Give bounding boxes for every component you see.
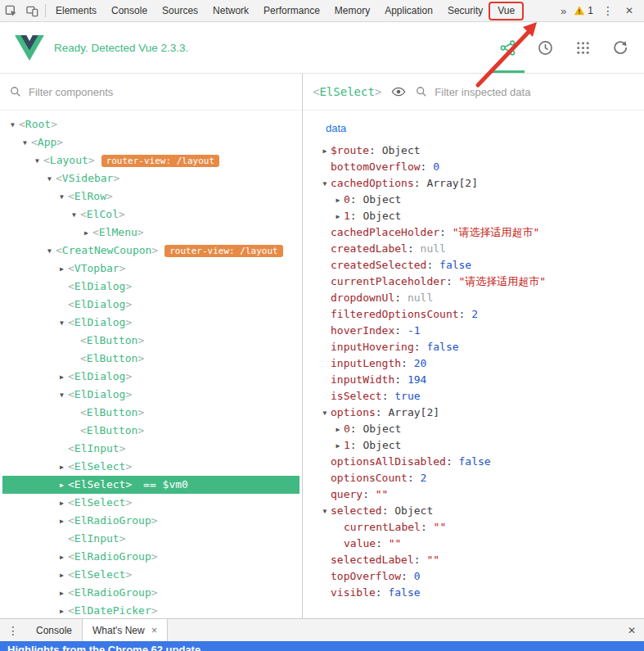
drawer-tab-console[interactable]: Console xyxy=(26,619,82,641)
devtools-tab-network[interactable]: Network xyxy=(205,0,256,21)
data-field-currentplaceholder[interactable]: currentPlaceholder: "请选择适用超市" xyxy=(319,274,644,290)
tree-item-elselect[interactable]: ▶<ElSelect> xyxy=(2,494,299,512)
data-field-route[interactable]: ▶$route: Object xyxy=(319,142,644,159)
tree-item-eldatepicker[interactable]: ▶<ElDatePicker> xyxy=(2,602,299,618)
devtools-menu-button[interactable]: ⋮ xyxy=(597,4,619,17)
expand-arrow-icon[interactable]: ▶ xyxy=(80,224,92,242)
tree-item-app[interactable]: ▼<App> xyxy=(2,133,299,151)
drawer-tab-what-s-new[interactable]: What's New× xyxy=(82,619,168,641)
data-field-currentlabel[interactable]: currentLabel: "" xyxy=(319,519,644,536)
tree-item-elrow[interactable]: ▼<ElRow> xyxy=(2,188,299,206)
collapse-arrow-icon[interactable]: ▼ xyxy=(19,134,31,151)
data-field-1[interactable]: ▶1: Object xyxy=(319,208,644,224)
expand-arrow-icon[interactable]: ▶ xyxy=(56,477,68,494)
data-field-0[interactable]: ▶0: Object xyxy=(319,421,644,437)
data-field-selectedlabel[interactable]: selectedLabel: "" xyxy=(319,552,644,568)
tree-item-eldialog[interactable]: ▼<ElDialog> xyxy=(2,314,299,332)
collapse-arrow-icon[interactable]: ▼ xyxy=(7,116,19,133)
data-field-selected[interactable]: ▼selected: Object xyxy=(319,503,644,519)
expand-arrow-icon[interactable]: ▶ xyxy=(56,459,68,476)
collapse-arrow-icon[interactable]: ▼ xyxy=(68,206,80,224)
tree-item-elradiogroup[interactable]: ▶<ElRadioGroup> xyxy=(2,512,299,530)
data-field-isselect[interactable]: isSelect: true xyxy=(319,388,644,405)
data-field-options[interactable]: ▼options: Array[2] xyxy=(319,405,644,421)
devtools-tab-performance[interactable]: Performance xyxy=(256,0,327,21)
tree-item-eldialog[interactable]: ▼<ElDialog> xyxy=(2,386,299,404)
tree-item-elbutton[interactable]: <ElButton> xyxy=(2,422,299,440)
devtools-tab-security[interactable]: Security xyxy=(440,0,490,21)
tree-item-elselect[interactable]: ▶<ElSelect> xyxy=(2,566,299,584)
expand-arrow-icon[interactable]: ▶ xyxy=(332,438,344,454)
tree-item-elbutton[interactable]: <ElButton> xyxy=(2,404,299,422)
data-field-optionscount[interactable]: optionsCount: 2 xyxy=(319,470,644,486)
expand-arrow-icon[interactable]: ▶ xyxy=(319,143,331,160)
tree-item-eldialog[interactable]: <ElDialog> xyxy=(2,278,299,296)
data-field-visible[interactable]: visible: false xyxy=(319,585,644,601)
data-field-optionsalldisabled[interactable]: optionsAllDisabled: false xyxy=(319,454,644,470)
tree-item-vtopbar[interactable]: ▶<VTopbar> xyxy=(2,260,299,278)
expand-arrow-icon[interactable]: ▶ xyxy=(56,368,68,386)
devtools-tab-application[interactable]: Application xyxy=(377,0,440,21)
drawer-menu-button[interactable]: ⋮ xyxy=(0,624,26,637)
inspected-data-filter-input[interactable] xyxy=(435,86,634,98)
collapse-arrow-icon[interactable]: ▼ xyxy=(56,387,68,404)
devtools-tab-sources[interactable]: Sources xyxy=(155,0,205,21)
expand-arrow-icon[interactable]: ▶ xyxy=(56,549,68,566)
more-tabs-chevron[interactable]: » xyxy=(556,5,570,17)
warning-badge[interactable]: 1 xyxy=(570,5,597,16)
inspect-element-button[interactable] xyxy=(0,0,21,21)
tree-item-elradiogroup[interactable]: ▶<ElRadioGroup> xyxy=(2,548,299,566)
tab-close-icon[interactable]: × xyxy=(151,624,158,636)
collapse-arrow-icon[interactable]: ▼ xyxy=(319,176,331,192)
data-field-topoverflow[interactable]: topOverflow: 0 xyxy=(319,568,644,585)
expand-arrow-icon[interactable]: ▶ xyxy=(332,192,344,209)
component-filter-input[interactable] xyxy=(29,86,292,98)
tree-item-eldialog[interactable]: <ElDialog> xyxy=(2,296,299,314)
expand-arrow-icon[interactable]: ▶ xyxy=(56,567,68,584)
expand-arrow-icon[interactable]: ▶ xyxy=(56,603,68,618)
components-tab-button[interactable] xyxy=(489,22,526,73)
collapse-arrow-icon[interactable]: ▼ xyxy=(319,405,331,422)
data-field-query[interactable]: query: "" xyxy=(319,486,644,503)
expand-arrow-icon[interactable]: ▶ xyxy=(332,209,344,225)
tree-item-elinput[interactable]: <ElInput> xyxy=(2,530,299,548)
collapse-arrow-icon[interactable]: ▼ xyxy=(56,314,68,332)
expand-arrow-icon[interactable]: ▶ xyxy=(56,585,68,602)
expand-arrow-icon[interactable]: ▶ xyxy=(56,260,68,278)
data-field-bottomoverflow[interactable]: bottomOverflow: 0 xyxy=(319,159,644,175)
drawer-close-button[interactable]: ✕ xyxy=(619,625,644,636)
events-button[interactable] xyxy=(564,22,601,73)
expand-arrow-icon[interactable]: ▶ xyxy=(56,495,68,512)
data-field-inputlength[interactable]: inputLength: 20 xyxy=(319,355,644,372)
tree-item-eldialog[interactable]: ▶<ElDialog> xyxy=(2,368,299,386)
data-field-dropdownul[interactable]: dropdownUl: null xyxy=(319,290,644,306)
data-field-cachedplaceholder[interactable]: cachedPlaceHolder: "请选择适用超市" xyxy=(319,224,644,241)
collapse-arrow-icon[interactable]: ▼ xyxy=(43,170,56,188)
tree-item-elbutton[interactable]: <ElButton> xyxy=(2,350,299,368)
data-field-filteredoptionscount[interactable]: filteredOptionsCount: 2 xyxy=(319,306,644,323)
history-button[interactable] xyxy=(526,22,564,73)
tree-item-elbutton[interactable]: <ElButton> xyxy=(2,332,299,350)
refresh-button[interactable] xyxy=(601,22,639,73)
tree-item-elradiogroup[interactable]: ▶<ElRadioGroup> xyxy=(2,584,299,602)
devtools-tab-elements[interactable]: Elements xyxy=(48,0,104,21)
data-field-createdlabel[interactable]: createdLabel: null xyxy=(319,241,644,257)
tree-item-layout[interactable]: ▼<Layout>router-view: /layout xyxy=(2,151,299,170)
tree-item-elmenu[interactable]: ▶<ElMenu> xyxy=(2,224,299,242)
data-field-inputhovering[interactable]: inputHovering: false xyxy=(319,339,644,355)
collapse-arrow-icon[interactable]: ▼ xyxy=(319,504,331,520)
data-field-1[interactable]: ▶1: Object xyxy=(319,437,644,454)
devtools-tab-vue[interactable]: Vue xyxy=(490,0,522,21)
tree-item-elselect[interactable]: ▶<ElSelect> xyxy=(2,458,299,476)
devtools-tab-memory[interactable]: Memory xyxy=(327,0,377,21)
tree-item-elselect[interactable]: ▶<ElSelect> == $vm0 xyxy=(2,476,299,494)
devtools-tab-console[interactable]: Console xyxy=(104,0,155,21)
data-field-createdselected[interactable]: createdSelected: false xyxy=(319,257,644,274)
tree-item-creatnewcoupon[interactable]: ▼<CreatNewCoupon>router-view: /layout xyxy=(2,242,299,260)
data-field-value[interactable]: value: "" xyxy=(319,536,644,552)
expand-arrow-icon[interactable]: ▶ xyxy=(56,513,68,530)
data-field-inputwidth[interactable]: inputWidth: 194 xyxy=(319,372,644,388)
tree-item-root[interactable]: ▼<Root> xyxy=(2,115,299,133)
devtools-close-button[interactable]: ✕ xyxy=(619,5,639,16)
collapse-arrow-icon[interactable]: ▼ xyxy=(31,152,43,170)
